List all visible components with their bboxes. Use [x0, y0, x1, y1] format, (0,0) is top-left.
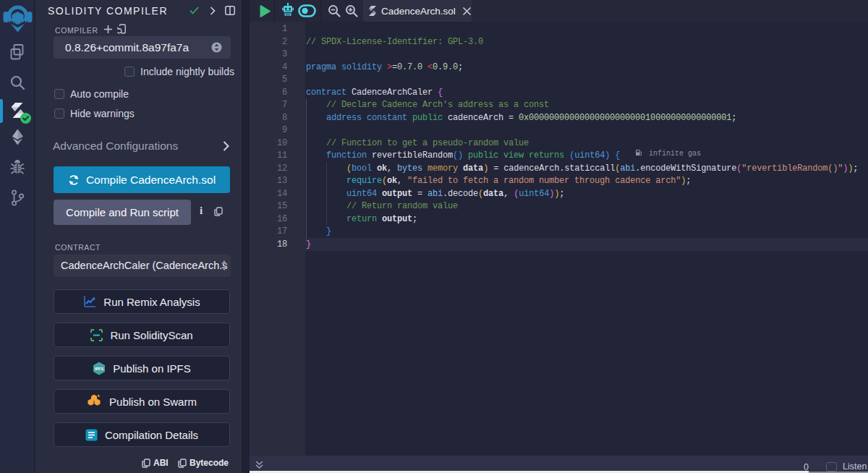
svg-text:IPFS: IPFS: [95, 367, 104, 371]
